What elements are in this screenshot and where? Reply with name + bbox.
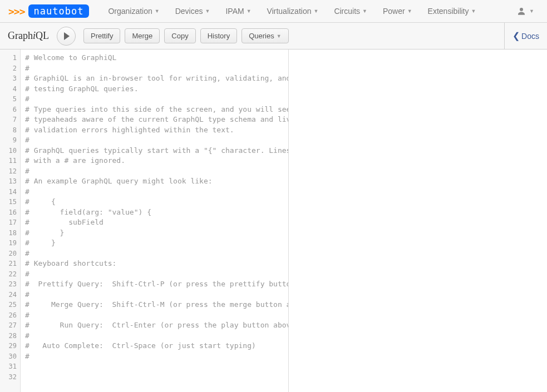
line-number: 21 <box>0 259 20 269</box>
nav-extensibility[interactable]: Extensibility▼ <box>422 3 482 19</box>
nav-organization[interactable]: Organization▼ <box>102 3 165 19</box>
line-number: 19 <box>0 238 20 249</box>
code-line: # <box>25 269 288 280</box>
line-number: 2 <box>0 63 20 74</box>
editor-area: 1234567891011121314151617181920212223242… <box>0 49 547 392</box>
line-number: 32 <box>0 372 20 383</box>
line-number: 13 <box>0 176 20 187</box>
code-line: # An example GraphQL query might look li… <box>25 176 288 187</box>
queries-button[interactable]: Queries▼ <box>242 28 288 43</box>
docs-toggle[interactable]: ❮ Docs <box>504 23 539 49</box>
caret-down-icon: ▼ <box>313 8 318 14</box>
code-line: # <box>25 351 288 362</box>
code-line: # <box>25 187 288 197</box>
code-line: # } <box>25 228 288 239</box>
code-line: # <box>25 249 288 259</box>
code-line: # GraphiQL is an in-browser tool for wri… <box>25 73 288 84</box>
line-number: 22 <box>0 269 20 280</box>
line-number: 28 <box>0 331 20 341</box>
line-number: 10 <box>0 146 20 156</box>
copy-button[interactable]: Copy <box>164 28 195 43</box>
line-number: 3 <box>0 73 20 84</box>
line-number: 8 <box>0 125 20 136</box>
logo[interactable]: >>> nautobot <box>8 4 89 18</box>
line-number: 27 <box>0 320 20 331</box>
graphiql-toolbar: GraphiQL Prettify Merge Copy History Que… <box>0 23 547 49</box>
code-line: # Prettify Query: Shift-Ctrl-P (or press… <box>25 279 288 290</box>
nav-ipam[interactable]: IPAM▼ <box>220 3 257 19</box>
nav-power[interactable]: Power▼ <box>377 3 418 19</box>
line-number: 7 <box>0 115 20 125</box>
line-number: 14 <box>0 187 20 197</box>
line-number: 30 <box>0 351 20 362</box>
code-line: # <box>25 135 288 146</box>
play-icon <box>64 32 70 40</box>
result-pane <box>289 49 547 392</box>
caret-down-icon: ▼ <box>529 8 534 14</box>
history-button[interactable]: History <box>200 28 237 43</box>
line-number: 6 <box>0 105 20 115</box>
caret-down-icon: ▼ <box>362 8 367 14</box>
nav-virtualization[interactable]: Virtualization▼ <box>262 3 324 19</box>
line-number: 25 <box>0 300 20 310</box>
execute-button[interactable] <box>57 27 76 46</box>
line-number: 1 <box>0 53 20 63</box>
line-number: 11 <box>0 156 20 166</box>
code-line: # subField <box>25 217 288 228</box>
code-line: # Keyboard shortcuts: <box>25 259 288 269</box>
code-line: # <box>25 331 288 341</box>
toolbar-buttons: Prettify Merge Copy History Queries▼ <box>83 28 289 43</box>
line-number: 4 <box>0 84 20 95</box>
prettify-button[interactable]: Prettify <box>83 28 120 43</box>
code-line: # <box>25 290 288 300</box>
code-line: # Merge Query: Shift-Ctrl-M (or press th… <box>25 300 288 310</box>
line-number: 24 <box>0 290 20 300</box>
line-number: 17 <box>0 217 20 228</box>
code-line: # { <box>25 197 288 207</box>
line-number: 23 <box>0 279 20 290</box>
line-number: 26 <box>0 310 20 321</box>
code-line: # Run Query: Ctrl-Enter (or press the pl… <box>25 320 288 331</box>
caret-down-icon: ▼ <box>407 8 412 14</box>
line-number: 18 <box>0 228 20 239</box>
code-line: # GraphQL queries typically start with a… <box>25 146 288 156</box>
code-line: # } <box>25 238 288 249</box>
caret-down-icon: ▼ <box>205 8 210 14</box>
code-line: # Type queries into this side of the scr… <box>25 105 288 115</box>
line-number: 20 <box>0 249 20 259</box>
line-number: 5 <box>0 94 20 105</box>
caret-down-icon: ▼ <box>277 33 282 39</box>
user-menu[interactable]: ▼ <box>512 4 539 18</box>
line-number: 16 <box>0 207 20 218</box>
line-number: 15 <box>0 197 20 207</box>
code-line: # with a # are ignored. <box>25 156 288 166</box>
code-line: # field(arg: "value") { <box>25 207 288 218</box>
query-editor[interactable]: # Welcome to GraphiQL## GraphiQL is an i… <box>21 49 288 392</box>
code-line <box>25 372 288 383</box>
code-line: # validation errors highlighted within t… <box>25 125 288 136</box>
line-number: 9 <box>0 135 20 146</box>
svg-point-0 <box>520 8 523 11</box>
merge-button[interactable]: Merge <box>125 28 160 43</box>
code-line: # <box>25 166 288 177</box>
top-nav: >>> nautobot Organization▼ Devices▼ IPAM… <box>0 0 547 23</box>
nav-circuits[interactable]: Circuits▼ <box>328 3 373 19</box>
line-number: 31 <box>0 361 20 372</box>
line-gutter: 1234567891011121314151617181920212223242… <box>0 49 21 392</box>
line-number: 12 <box>0 166 20 177</box>
code-line: # <box>25 63 288 74</box>
query-pane: 1234567891011121314151617181920212223242… <box>0 49 289 392</box>
graphiql-title: GraphiQL <box>8 30 49 42</box>
caret-down-icon: ▼ <box>247 8 252 14</box>
code-line: # Auto Complete: Ctrl-Space (or just sta… <box>25 341 288 351</box>
chevron-left-icon: ❮ <box>512 31 520 41</box>
code-line: # Welcome to GraphiQL <box>25 53 288 63</box>
caret-down-icon: ▼ <box>471 8 476 14</box>
nav-devices[interactable]: Devices▼ <box>170 3 216 19</box>
docs-label: Docs <box>521 32 539 41</box>
code-line: # <box>25 310 288 321</box>
code-line <box>25 361 288 372</box>
user-icon <box>516 6 526 16</box>
prompt-icon: >>> <box>8 6 25 17</box>
caret-down-icon: ▼ <box>155 8 160 14</box>
